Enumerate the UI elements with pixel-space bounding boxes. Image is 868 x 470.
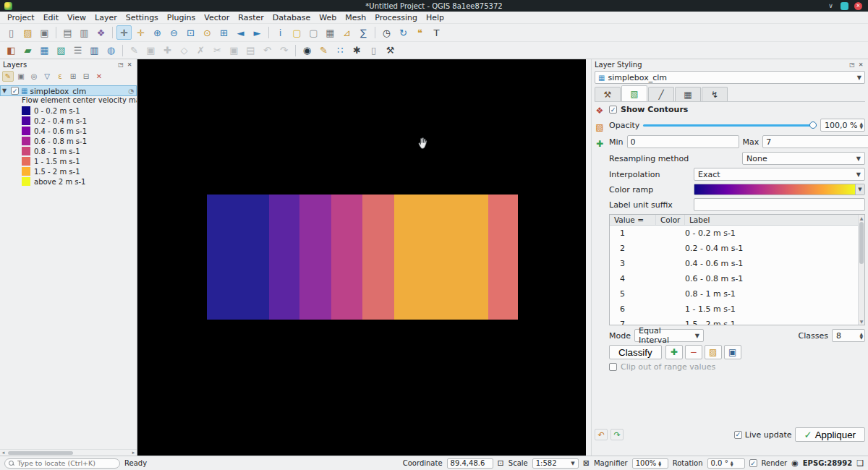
identify-features-icon[interactable]: i (273, 25, 288, 40)
crs-globe-icon[interactable]: ◉ (791, 458, 799, 468)
slider-handle[interactable] (809, 121, 817, 129)
menu-settings[interactable]: Settings (122, 13, 163, 22)
color-ramp-selector[interactable]: ▼ (694, 184, 865, 195)
open-attribute-table-icon[interactable]: ▦ (323, 25, 338, 40)
zoom-last-icon[interactable]: ◄ (233, 25, 248, 40)
pan-to-selection-icon[interactable]: ✛ (133, 25, 148, 40)
zoom-next-icon[interactable]: ► (250, 25, 265, 40)
undo-icon[interactable]: ↶ (260, 43, 275, 58)
collapse-all-icon[interactable]: ⊟ (80, 71, 92, 82)
save-project-icon[interactable]: ▣ (37, 25, 52, 40)
refresh-map-icon[interactable]: ↻ (396, 25, 411, 40)
label-unit-suffix-input[interactable] (694, 198, 865, 211)
window-close-button[interactable]: ✕ (854, 2, 862, 10)
data-source-manager-icon[interactable]: ◧ (4, 43, 19, 58)
live-update-checkbox[interactable] (734, 431, 742, 439)
pan-map-icon[interactable]: ✛ (116, 25, 132, 40)
expand-all-icon[interactable]: ⊞ (67, 71, 79, 82)
scroll-thumb[interactable] (859, 222, 864, 264)
tab-contours[interactable]: ▧ (621, 85, 647, 101)
zoom-to-layer-icon[interactable]: ⊞ (216, 25, 231, 40)
table-row[interactable]: 61 - 1.5 m s-1 (610, 302, 864, 317)
scale-combo[interactable]: 1:582 ▼ (532, 458, 579, 469)
copy-features-icon[interactable]: ▣ (226, 43, 242, 58)
rotation-spinbox[interactable]: 0.0 ° ▲▼ (707, 458, 745, 469)
col-value[interactable]: Value = (610, 215, 656, 225)
add-wms-layer-icon[interactable]: ◍ (103, 43, 119, 58)
add-postgis-layer-icon[interactable]: ▥ (87, 43, 102, 58)
toggle-editing-icon[interactable]: ✎ (127, 43, 142, 58)
toolbox-icon[interactable]: ⚒ (383, 43, 398, 58)
select-features-icon[interactable]: ▢ (289, 25, 305, 40)
tab-general-settings[interactable]: ⚒ (595, 87, 621, 101)
table-row[interactable]: 10 - 0.2 m s-1 (610, 226, 864, 241)
manage-themes-icon[interactable]: ◎ (28, 71, 40, 82)
expand-caret-icon[interactable]: ▼ (2, 87, 9, 94)
zoom-to-selection-icon[interactable]: ⊙ (200, 25, 215, 40)
menu-project[interactable]: Project (3, 13, 39, 22)
menu-edit[interactable]: Edit (39, 13, 63, 22)
tab-vector-settings[interactable]: ╱ (648, 87, 674, 101)
history-tab-icon[interactable]: ✚ (595, 138, 605, 149)
float-panel-icon[interactable]: ◳ (116, 61, 125, 68)
redo-icon[interactable]: ↷ (276, 43, 292, 58)
min-input[interactable] (627, 135, 739, 148)
resampling-combo[interactable]: None ▼ (742, 152, 865, 165)
style-manager-icon[interactable]: ❖ (93, 25, 109, 40)
remove-layer-icon[interactable]: ✕ (93, 71, 105, 82)
map-tips-icon[interactable]: ❝ (412, 25, 427, 40)
panel-splitter[interactable] (586, 59, 592, 456)
vertex-tool-icon[interactable]: ◇ (176, 43, 192, 58)
cut-features-icon[interactable]: ✂ (210, 43, 225, 58)
zoom-full-icon[interactable]: ⊡ (183, 25, 198, 40)
close-panel-icon[interactable]: ✕ (856, 61, 865, 68)
menu-layer[interactable]: Layer (90, 13, 122, 22)
new-print-layout-icon[interactable]: ▤ (60, 25, 75, 40)
table-scrollbar[interactable]: ▲ ▼ (858, 215, 864, 325)
annotation-toolbar-icon[interactable]: ✎ (316, 43, 331, 58)
save-edits-icon[interactable]: ▣ (143, 43, 158, 58)
table-row[interactable]: 30.4 - 0.6 m s-1 (610, 256, 864, 271)
3d-view-tab-icon[interactable]: ▧ (595, 121, 605, 132)
contours-table[interactable]: Value = Color Label 10 - 0.2 m s-120.2 -… (609, 214, 865, 325)
table-row[interactable]: 20.2 - 0.4 m s-1 (610, 241, 864, 256)
add-vector-layer-icon[interactable]: ▰ (20, 43, 35, 58)
filter-expression-icon[interactable]: ε (54, 71, 66, 82)
layer-indicator-icon[interactable]: ◔ (128, 87, 136, 95)
help-contents-icon[interactable]: ▯ (366, 43, 381, 58)
float-panel-icon[interactable]: ◳ (848, 61, 856, 68)
add-feature-icon[interactable]: ✚ (160, 43, 175, 58)
paste-features-icon[interactable]: ▤ (243, 43, 258, 58)
python-console-icon[interactable]: ∷ (333, 43, 348, 58)
render-checkbox[interactable] (749, 459, 757, 467)
tab-rendering[interactable]: ▦ (675, 87, 701, 101)
delete-selected-icon[interactable]: ✗ (193, 43, 208, 58)
menu-processing[interactable]: Processing (370, 13, 422, 22)
layer-item-simplebox-clm[interactable]: ▼ ▦ simplebox_clm ◔ (0, 85, 137, 96)
deselect-features-icon[interactable]: ▢ (306, 25, 321, 40)
layer-visibility-checkbox[interactable] (11, 87, 19, 95)
lock-scale-icon[interactable]: ⊠ (583, 458, 590, 468)
redo-style-button[interactable]: ↷ (610, 429, 624, 440)
locate-input[interactable] (17, 459, 111, 467)
chevron-down-icon[interactable]: ▼ (855, 184, 864, 195)
table-row[interactable]: 71.5 - 2 m s-1 (610, 317, 864, 325)
menu-plugins[interactable]: Plugins (163, 13, 200, 22)
scroll-left-icon[interactable]: ◂ (0, 450, 7, 456)
load-color-map-button[interactable]: ▨ (705, 345, 722, 359)
open-layer-styling-icon[interactable]: ✎ (2, 71, 14, 82)
apply-button[interactable]: ✓ Appliquer (795, 427, 866, 442)
show-contours-checkbox[interactable] (609, 106, 617, 114)
layers-hscrollbar[interactable]: ◂ ▸ (0, 449, 137, 456)
open-project-icon[interactable]: ▨ (20, 25, 35, 40)
menu-mesh[interactable]: Mesh (341, 13, 370, 22)
temporal-controller-icon[interactable]: ◷ (379, 25, 394, 40)
menu-view[interactable]: View (63, 13, 90, 22)
remove-class-button[interactable]: − (685, 345, 702, 359)
save-color-map-button[interactable]: ▣ (724, 345, 741, 359)
opacity-spinbox[interactable]: 100,0 % ▲▼ (820, 119, 865, 132)
mode-combo[interactable]: Equal Interval ▼ (634, 329, 704, 342)
add-delimited-text-icon[interactable]: ☰ (70, 43, 85, 58)
new-project-icon[interactable]: ▯ (4, 25, 19, 40)
menu-raster[interactable]: Raster (234, 13, 268, 22)
